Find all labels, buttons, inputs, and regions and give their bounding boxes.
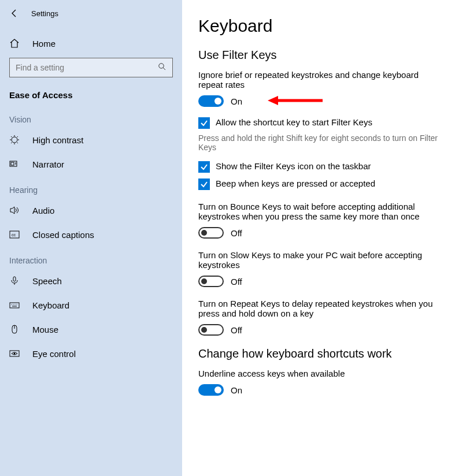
svg-line-9 (11, 143, 12, 144)
svg-line-1 (163, 68, 165, 70)
nav-label: High contrast (32, 135, 83, 145)
svg-point-23 (16, 304, 17, 304)
underline-state: On (231, 385, 242, 395)
slow-toggle[interactable] (198, 276, 224, 287)
search-container (0, 54, 182, 84)
svg-text:cc: cc (12, 233, 16, 237)
shortcut-hint: Press and hold the right Shift key for e… (198, 133, 439, 152)
repeat-state: Off (231, 325, 242, 335)
underline-toggle[interactable] (198, 384, 224, 396)
search-input[interactable] (16, 63, 158, 72)
shortcuts-heading: Change how keyboard shortcuts work (198, 347, 439, 360)
nav-home[interactable]: Home (0, 32, 182, 54)
svg-point-2 (12, 137, 17, 143)
slow-desc: Turn on Slow Keys to make your PC wait b… (198, 250, 439, 270)
nav-audio[interactable]: Audio (0, 198, 182, 222)
nav-mouse[interactable]: Mouse (0, 317, 182, 341)
repeat-desc: Turn on Repeat Keys to delay repeated ke… (198, 299, 439, 318)
audio-icon (9, 205, 20, 215)
page-title: Keyboard (198, 16, 439, 36)
home-icon (9, 38, 20, 49)
contrast-icon (9, 135, 20, 145)
bounce-toggle[interactable] (198, 227, 224, 239)
content-pane: Keyboard Use Filter Keys Ignore brief or… (182, 0, 455, 476)
svg-line-7 (11, 136, 12, 137)
svg-point-21 (13, 304, 13, 304)
back-button[interactable] (8, 7, 21, 20)
beep-checkbox[interactable] (198, 178, 210, 190)
search-icon (158, 62, 167, 73)
keyboard-icon (9, 300, 20, 310)
nav-keyboard[interactable]: Keyboard (0, 293, 182, 317)
svg-rect-17 (13, 277, 16, 281)
section-header: Ease of Access (0, 84, 182, 106)
slow-state: Off (231, 277, 242, 287)
sidebar: Settings Home Ease of Access Vision High… (0, 0, 182, 476)
group-interaction: Interaction (0, 247, 182, 269)
svg-point-22 (14, 304, 15, 304)
nav-label: Audio (32, 206, 54, 215)
svg-rect-19 (10, 303, 19, 308)
narrator-icon (9, 159, 20, 169)
repeat-toggle[interactable] (198, 324, 224, 336)
nav-high-contrast[interactable]: High contrast (0, 128, 182, 152)
filter-heading: Use Filter Keys (198, 49, 439, 62)
cc-icon: cc (9, 229, 20, 240)
nav-home-label: Home (32, 39, 56, 49)
nav-label: Narrator (32, 159, 64, 169)
svg-marker-30 (268, 96, 278, 105)
beep-label: Beep when keys are pressed or accepted (216, 178, 375, 188)
nav-label: Keyboard (32, 300, 69, 310)
nav-closed-captions[interactable]: cc Closed captions (0, 222, 182, 247)
group-vision: Vision (0, 106, 182, 128)
shortcut-checkbox[interactable] (198, 117, 210, 129)
mic-icon (9, 276, 20, 286)
svg-point-20 (11, 304, 12, 304)
nav-label: Speech (32, 276, 62, 286)
nav-label: Closed captions (32, 230, 94, 240)
svg-rect-12 (11, 162, 14, 165)
shortcut-label: Allow the shortcut key to start Filter K… (216, 117, 372, 127)
filter-keys-state: On (231, 96, 242, 106)
title-bar: Settings (0, 0, 182, 27)
window-title: Settings (31, 9, 58, 18)
nav-speech[interactable]: Speech (0, 269, 182, 293)
filter-keys-toggle[interactable] (198, 95, 224, 107)
filter-desc: Ignore brief or repeated keystrokes and … (198, 70, 439, 90)
group-hearing: Hearing (0, 176, 182, 198)
mouse-icon (9, 324, 20, 334)
svg-line-10 (17, 136, 19, 137)
nav-eye-control[interactable]: Eye control (0, 341, 182, 366)
taskbar-label: Show the Filter Keys icon on the taskbar (216, 161, 371, 171)
svg-line-8 (17, 143, 19, 144)
nav-label: Eye control (32, 349, 76, 359)
annotation-arrow (268, 92, 325, 109)
nav-label: Mouse (32, 325, 58, 334)
search-box[interactable] (9, 58, 173, 77)
bounce-desc: Turn on Bounce Keys to wait before accep… (198, 202, 439, 221)
nav-narrator[interactable]: Narrator (0, 152, 182, 176)
taskbar-checkbox[interactable] (198, 161, 210, 173)
underline-desc: Underline access keys when available (198, 369, 439, 378)
bounce-state: Off (231, 228, 242, 238)
svg-point-28 (14, 353, 16, 355)
eye-icon (9, 348, 20, 359)
svg-point-0 (159, 64, 164, 68)
